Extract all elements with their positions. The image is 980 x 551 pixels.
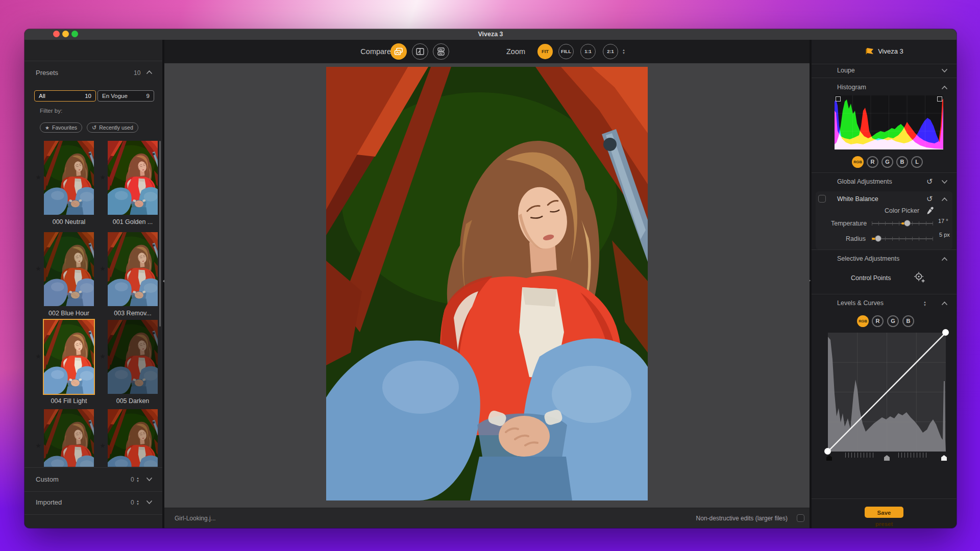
preset-row: ★ ★ bbox=[24, 409, 162, 467]
viveza-flag-icon bbox=[865, 46, 874, 56]
slider-knob[interactable] bbox=[875, 235, 881, 242]
filter-favourites-button[interactable]: ★ Favourites bbox=[40, 122, 82, 133]
star-icon[interactable]: ★ bbox=[35, 353, 42, 360]
histogram-ticks bbox=[898, 453, 927, 458]
compare-overlay-button[interactable] bbox=[390, 43, 407, 60]
zoom-2-1-button[interactable]: 2:1 bbox=[603, 44, 618, 59]
curve-channel-r-button[interactable]: R bbox=[872, 315, 884, 327]
curve-editor[interactable] bbox=[828, 333, 946, 452]
black-point-marker[interactable] bbox=[826, 455, 832, 461]
radius-slider[interactable] bbox=[872, 235, 933, 242]
curve-channel-b-button[interactable]: B bbox=[902, 315, 914, 327]
curve-channel-rgb-button[interactable]: RGB bbox=[857, 315, 869, 327]
slider-knob[interactable] bbox=[904, 220, 911, 227]
highlight-clipping-checkbox[interactable] bbox=[937, 96, 942, 102]
preset-thumbnail-002[interactable] bbox=[44, 232, 94, 306]
image-viewport bbox=[164, 63, 810, 508]
add-control-point-icon[interactable] bbox=[914, 271, 926, 284]
chevron-down-icon[interactable] bbox=[146, 500, 151, 505]
midtone-marker[interactable] bbox=[884, 455, 890, 461]
preset-label: 004 Fill Light bbox=[44, 397, 94, 405]
stepper-icon[interactable]: ▲▼ bbox=[136, 477, 139, 483]
histogram-channel-l-button[interactable]: L bbox=[911, 156, 923, 168]
histogram-label: Histogram bbox=[837, 84, 866, 91]
star-icon[interactable]: ★ bbox=[35, 265, 42, 272]
imported-label: Imported bbox=[36, 498, 62, 506]
presets-sidebar: Presets 10 All 10 En Vogue 9 Filter by: … bbox=[24, 40, 162, 528]
temperature-slider[interactable] bbox=[872, 220, 933, 227]
histogram-channel-rgb-button[interactable]: RGB bbox=[852, 156, 864, 168]
reset-icon[interactable]: ↺ bbox=[926, 195, 933, 203]
divider bbox=[812, 78, 957, 78]
compare-label: Compare bbox=[348, 40, 391, 63]
chevron-down-icon[interactable] bbox=[942, 68, 946, 73]
preset-thumbnail-003[interactable] bbox=[108, 232, 158, 306]
preset-thumbnail-000[interactable] bbox=[44, 141, 94, 215]
editor-canvas: Compare bbox=[164, 40, 810, 528]
star-icon[interactable]: ★ bbox=[99, 353, 106, 360]
custom-label: Custom bbox=[36, 475, 59, 483]
histogram-channel-r-button[interactable]: R bbox=[867, 156, 878, 168]
shadow-clipping-checkbox[interactable] bbox=[836, 96, 841, 102]
edited-photo[interactable] bbox=[326, 67, 648, 500]
tab-label: En Vogue bbox=[102, 93, 128, 99]
star-icon[interactable]: ★ bbox=[99, 173, 106, 181]
star-icon[interactable]: ★ bbox=[35, 173, 42, 181]
tab-en-vogue[interactable]: En Vogue 9 bbox=[97, 90, 154, 102]
stepper-icon[interactable]: ▲▼ bbox=[923, 300, 926, 307]
curve-channel-g-button[interactable]: G bbox=[887, 315, 899, 327]
preset-label: 000 Neutral bbox=[44, 218, 94, 226]
divider bbox=[812, 498, 957, 499]
star-icon[interactable]: ★ bbox=[35, 442, 42, 449]
save-preset-button[interactable]: Save preset bbox=[865, 507, 903, 518]
zoom-fit-button[interactable]: FIT bbox=[537, 44, 553, 59]
curve-point-black[interactable] bbox=[824, 448, 831, 455]
custom-section-header[interactable]: Custom 0 ▲▼ bbox=[24, 472, 162, 487]
white-point-marker[interactable] bbox=[941, 455, 947, 461]
chevron-up-icon[interactable] bbox=[942, 301, 946, 306]
global-adjustments-label: Global Adjustments bbox=[837, 178, 892, 185]
tab-all-presets[interactable]: All 10 bbox=[34, 90, 96, 102]
presets-header-label: Presets bbox=[36, 69, 58, 77]
compare-split-vertical-button[interactable] bbox=[412, 43, 428, 60]
zoom-fill-button[interactable]: FILL bbox=[558, 44, 574, 59]
preset-thumbnail-007[interactable] bbox=[108, 409, 158, 467]
curve-point-white[interactable] bbox=[942, 329, 949, 336]
imported-count: 0 bbox=[131, 499, 134, 506]
star-icon: ★ bbox=[45, 125, 50, 131]
histogram-channel-g-button[interactable]: G bbox=[881, 156, 893, 168]
compare-split-horizontal-button[interactable] bbox=[433, 43, 449, 60]
chevron-down-icon[interactable] bbox=[942, 180, 946, 184]
radius-label: Radius bbox=[831, 235, 866, 242]
chevron-up-icon[interactable] bbox=[942, 85, 946, 90]
preset-row: ★ 002 Blue Hour ★ 003 Remov... bbox=[24, 232, 162, 323]
chevron-up-icon[interactable] bbox=[146, 70, 151, 74]
preset-thumbnail-005[interactable] bbox=[108, 320, 158, 394]
preset-scrollbar[interactable] bbox=[159, 141, 161, 327]
stepper-icon[interactable]: ▲▼ bbox=[136, 499, 139, 506]
preset-thumbnail-001[interactable] bbox=[108, 141, 158, 215]
reset-icon[interactable]: ↺ bbox=[926, 178, 933, 185]
histogram-channel-b-button[interactable]: B bbox=[896, 156, 908, 168]
eyedropper-icon[interactable] bbox=[926, 207, 934, 215]
chevron-up-icon[interactable] bbox=[942, 197, 946, 202]
panel-title: Viveza 3 bbox=[878, 47, 903, 55]
non-destructive-checkbox[interactable] bbox=[797, 514, 804, 522]
overlay-images-icon bbox=[394, 47, 403, 56]
white-balance-checkbox[interactable] bbox=[818, 195, 826, 203]
preset-thumbnail-004-selected[interactable] bbox=[44, 320, 94, 394]
star-icon[interactable]: ★ bbox=[99, 265, 106, 272]
zoom-1-1-button[interactable]: 1:1 bbox=[580, 44, 596, 59]
chevron-up-icon[interactable] bbox=[942, 257, 946, 261]
control-points-label: Control Points bbox=[851, 274, 891, 282]
preset-label: 002 Blue Hour bbox=[44, 310, 94, 317]
star-icon[interactable]: ★ bbox=[99, 442, 106, 449]
filter-recently-used-button[interactable]: ↺ Recently used bbox=[87, 122, 138, 133]
zoom-stepper-icon[interactable]: ▲▼ bbox=[622, 48, 625, 55]
chevron-down-icon[interactable] bbox=[146, 477, 151, 482]
preset-thumbnail-006[interactable] bbox=[44, 409, 94, 467]
tab-count: 9 bbox=[146, 93, 150, 99]
histogram-display bbox=[835, 95, 943, 149]
radius-value: 5 px bbox=[939, 232, 950, 238]
imported-section-header[interactable]: Imported 0 ▲▼ bbox=[24, 495, 162, 510]
